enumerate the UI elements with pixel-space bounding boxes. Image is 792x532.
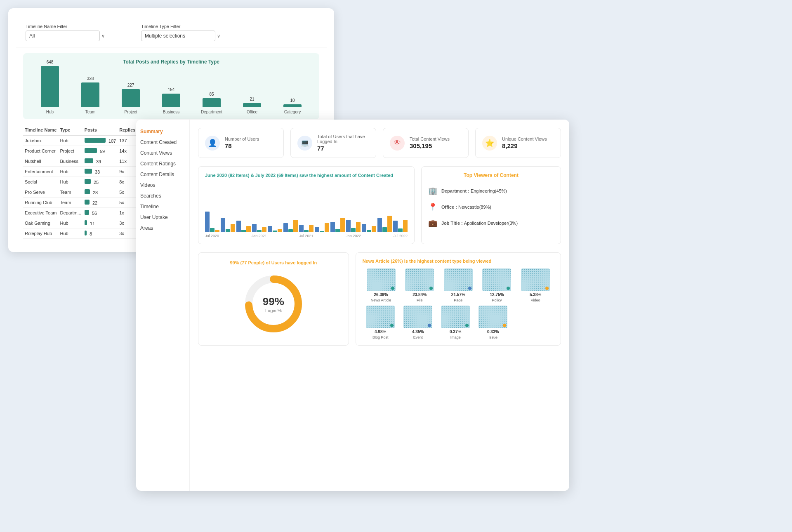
content-item-page: 21.57% Page — [440, 268, 477, 302]
nav-item-content-details[interactable]: Content Details — [136, 169, 189, 180]
content-name: Video — [531, 298, 540, 302]
content-type-rest: is the highest content type being viewed — [403, 259, 492, 264]
content-pct: 4.35% — [412, 330, 424, 334]
bar-value: 21 — [250, 97, 254, 101]
analytics-nav: SummaryContent CreatedContent ViewsConte… — [136, 120, 190, 491]
stat-label: Total Content Views — [410, 137, 450, 141]
nav-item-content-ratings[interactable]: Content Ratings — [136, 158, 189, 169]
content-thumbnail — [405, 268, 434, 291]
cell-name: Social — [23, 177, 58, 187]
content-pct: 26.39% — [374, 292, 388, 297]
nav-item-videos[interactable]: Videos — [136, 180, 189, 191]
content-pct: 23.84% — [412, 292, 427, 297]
tl-bar-group — [236, 221, 251, 232]
content-thumbnail — [482, 268, 511, 291]
nav-item-searches[interactable]: Searches — [136, 191, 189, 201]
content-type-card: News Article (26%) is the highest conten… — [356, 252, 561, 346]
cell-name: Jukebox — [23, 135, 58, 146]
stat-info-views: Total Content Views 305,195 — [410, 137, 450, 149]
bar-orange — [231, 224, 235, 232]
content-item-news-article: 26.39% News Article — [363, 268, 400, 302]
bar-item: 227 Project — [116, 83, 145, 114]
bar-teal — [351, 228, 356, 232]
donut-label: Login % — [263, 308, 284, 313]
cell-posts: 25 — [83, 177, 118, 187]
cell-type: Project — [58, 146, 82, 156]
content-name: Policy — [492, 298, 502, 302]
tl-bar-group — [268, 226, 282, 232]
tl-bar-group — [393, 220, 408, 232]
bar-label: Business — [163, 110, 180, 114]
bar-rect — [203, 98, 221, 107]
cell-posts: 11 — [83, 218, 118, 228]
timeline-type-select-wrapper[interactable]: Multiple selections — [141, 31, 224, 41]
login-title-rest: of Users have logged In — [264, 260, 317, 265]
timeline-name-select-wrapper[interactable]: All — [26, 31, 108, 41]
bar-teal — [257, 230, 262, 232]
cell-name: Running Club — [23, 198, 58, 208]
bottom-row: 99% (77 People) of Users have logged In … — [198, 252, 561, 346]
content-name: Issue — [488, 335, 497, 339]
content-dot — [428, 324, 431, 327]
content-dot — [391, 287, 394, 290]
timeline-type-select[interactable]: Multiple selections — [141, 31, 215, 41]
bar-item: 21 Office — [238, 97, 266, 114]
content-thumbnail — [444, 268, 473, 291]
bar-blue — [221, 218, 225, 232]
nav-item-content-created[interactable]: Content Created — [136, 137, 189, 148]
bar-chart-section: Total Posts and Replies by Timeline Type… — [23, 53, 319, 119]
nav-item-summary[interactable]: Summary — [136, 126, 189, 137]
content-dot — [507, 287, 510, 290]
nav-item-user-uptake[interactable]: User Uptake — [136, 212, 189, 223]
viewer-text: Office : Newcastle(89%) — [441, 205, 491, 210]
timeline-label: Jul 2020 — [205, 234, 219, 238]
bar-orange — [262, 227, 266, 232]
bar-blue — [346, 220, 351, 232]
bar-value: 10 — [290, 98, 295, 103]
content-grid-row1: 26.39% News Article 23.84% File 21.57% P… — [363, 268, 554, 302]
bar-blue — [315, 227, 319, 232]
nav-item-areas[interactable]: Areas — [136, 223, 189, 233]
tl-bar-group — [283, 220, 298, 232]
stat-icon-users: 👤 — [205, 136, 220, 151]
bar-orange — [246, 226, 251, 232]
bar-blue — [236, 221, 241, 232]
bar-chart-title: Total Posts and Replies by Timeline Type — [31, 59, 311, 65]
stat-label: Total of Users that have Logged In — [317, 134, 369, 144]
cell-replies: 1x — [118, 208, 137, 218]
login-title: 99% (77 People) of Users have logged In — [230, 260, 317, 265]
cell-type: Hub — [58, 135, 82, 146]
nav-item-timeline[interactable]: Timeline — [136, 201, 189, 212]
bar-label: Hub — [46, 110, 54, 114]
donut-percent: 99% — [263, 295, 284, 308]
viewer-icon: 🏢 — [428, 186, 437, 195]
bar-teal — [320, 231, 324, 232]
tl-bar-group — [221, 218, 235, 232]
timeline-type-filter-label: Timeline Type Filter — [141, 24, 224, 29]
login-card: 99% (77 People) of Users have logged In … — [198, 252, 349, 346]
bar-orange — [356, 222, 361, 232]
bar-item: 648 Hub — [35, 60, 64, 114]
cell-type: Hub — [58, 177, 82, 187]
bar-blue — [205, 212, 210, 232]
timeline-name-select[interactable]: All — [26, 31, 100, 41]
timeline-type-filter-group: Timeline Type Filter Multiple selections — [141, 24, 224, 41]
col-posts: Posts — [83, 125, 118, 135]
nav-item-content-views[interactable]: Content Views — [136, 148, 189, 158]
cell-name: Oak Gaming — [23, 218, 58, 228]
timeline-name-filter-group: Timeline Name Filter All — [26, 24, 108, 41]
stat-value: 77 — [317, 145, 369, 152]
bar-teal — [273, 231, 277, 232]
cell-replies: 5x — [118, 198, 137, 208]
bar-blue — [268, 226, 272, 232]
bar-blue — [393, 221, 398, 232]
bar-orange — [325, 223, 329, 232]
bar-teal — [367, 230, 371, 232]
cell-name: Roleplay Hub — [23, 228, 58, 239]
analytics-panel: SummaryContent CreatedContent ViewsConte… — [136, 120, 569, 491]
stat-info-users: Number of Users 78 — [225, 137, 259, 149]
content-item-video: 5.38% Video — [517, 268, 554, 302]
tl-bar-group — [362, 224, 376, 232]
content-item-file: 23.84% File — [401, 268, 438, 302]
content-thumbnail — [403, 306, 432, 328]
